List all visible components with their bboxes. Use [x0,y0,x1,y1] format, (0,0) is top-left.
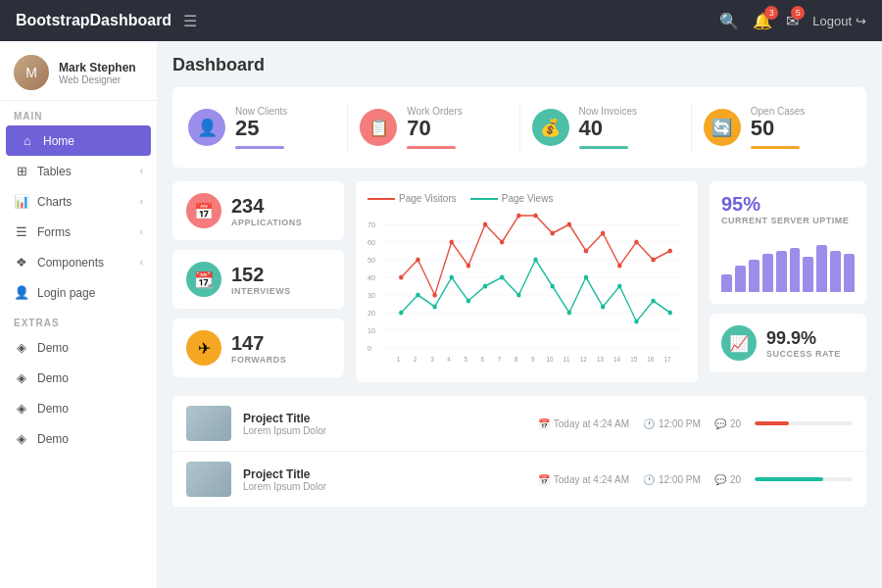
sidebar-item-home[interactable]: ⌂ Home [6,125,151,156]
sidebar-item-forms[interactable]: ☰ Forms ‹ [0,217,157,247]
sidebar-item-tables[interactable]: ⊞ Tables ‹ [0,156,157,186]
svg-point-17 [416,258,420,263]
project-date-2: Today at 4:24 AM [554,474,629,485]
applications-label: APPLICATIONS [231,218,302,227]
main-section-label: MAIN [0,101,157,125]
user-name: Mark Stephen [59,61,136,74]
svg-text:8: 8 [514,356,518,363]
sidebar-user: M Mark Stephen Web Designer [0,41,157,101]
calendar-icon-1: 📅 [538,418,550,429]
sidebar-item-components[interactable]: ❖ Components ‹ [0,247,157,277]
components-icon: ❖ [14,255,29,270]
server-stats: 95% CURRENT SERVER UPTIME [710,181,866,382]
svg-point-28 [601,231,606,236]
svg-text:10: 10 [546,356,553,363]
uptime-bars [721,233,855,292]
svg-text:12: 12 [580,356,587,363]
sidebar-item-tables-label: Tables [37,165,72,178]
mini-stat-interviews: 📆 152 INTERVIEWS [172,250,344,309]
search-icon[interactable]: 🔍 [719,12,739,30]
bar-2 [735,266,746,292]
forms-icon: ☰ [14,224,29,239]
clients-value: 25 [235,117,287,140]
project-time-2: 12:00 PM [659,474,701,485]
svg-point-41 [533,258,538,263]
page-title: Dashboard [172,55,866,75]
progress-bar-wrap-2 [755,477,853,481]
brand-bold: Dashboard [90,12,172,28]
sidebar-item-demo4-label: Demo [37,432,69,446]
avatar: M [14,55,49,90]
main-content: Dashboard 👤 Now Clients 25 📋 Work Orders… [157,41,882,588]
progress-bar-wrap-1 [755,421,853,425]
svg-point-19 [450,240,455,245]
project-subtitle-2: Lorem Ipsum Dolor [243,481,326,492]
stat-card-clients: 👤 Now Clients 25 [188,103,335,152]
svg-text:30: 30 [368,291,375,300]
svg-point-44 [584,275,589,280]
svg-point-29 [617,264,622,269]
sidebar-item-demo4[interactable]: ◈ Demo [0,423,157,454]
brand-logo: BootstrapDashboard [16,12,172,29]
svg-point-30 [634,240,639,245]
login-icon: 👤 [14,285,29,300]
svg-point-35 [432,305,437,310]
topnav-right: 🔍 🔔 3 ✉ 5 Logout ↪ [719,12,866,30]
applications-icon: 📅 [186,193,221,228]
stat-card-invoices: 💰 Now Invoices 40 [532,103,679,152]
stat-card-cases: 🔄 Open Cases 50 [704,103,851,152]
clients-icon: 👤 [188,109,225,146]
svg-text:2: 2 [414,356,417,363]
success-icon: 📈 [721,325,757,361]
bar-7 [803,257,813,292]
sidebar-item-login[interactable]: 👤 Login page [0,277,157,308]
svg-point-47 [634,319,639,324]
svg-text:4: 4 [447,356,451,363]
bar-4 [762,254,773,292]
svg-text:1: 1 [397,356,401,363]
middle-row: 📅 234 APPLICATIONS 📆 152 INTERVIEWS ✈ [172,181,866,382]
bar-5 [776,251,787,292]
svg-point-39 [500,275,505,280]
uptime-pct: 95% [721,193,855,216]
bell-icon[interactable]: 🔔 3 [753,12,772,30]
hamburger-icon[interactable]: ☰ [183,12,197,30]
svg-text:20: 20 [368,309,375,318]
bar-1 [721,274,732,292]
project-thumb-2 [186,462,231,497]
svg-text:13: 13 [597,356,604,363]
main-layout: M Mark Stephen Web Designer MAIN ⌂ Home … [0,41,882,588]
server-uptime-card: 95% CURRENT SERVER UPTIME [710,181,866,304]
sidebar-item-login-label: Login page [37,286,95,300]
mini-stat-applications: 📅 234 APPLICATIONS [172,181,344,240]
svg-point-21 [483,222,488,227]
svg-point-49 [667,311,672,316]
legend-views-label: Page Views [502,193,554,204]
svg-text:5: 5 [464,356,467,363]
legend-visitors-dot [368,198,395,200]
applications-value: 234 [231,195,302,218]
svg-text:50: 50 [368,256,375,265]
sidebar-item-demo2[interactable]: ◈ Demo [0,363,157,393]
svg-point-22 [500,240,505,245]
svg-point-34 [416,293,420,298]
topnav: BootstrapDashboard ☰ 🔍 🔔 3 ✉ 5 Logout ↪ [0,0,882,41]
mail-icon[interactable]: ✉ 5 [786,12,799,30]
sidebar-item-demo3[interactable]: ◈ Demo [0,393,157,423]
sidebar-item-charts[interactable]: 📊 Charts ‹ [0,186,157,217]
project-comments-2: 20 [730,474,741,485]
line-chart-svg: 70 60 50 40 30 20 10 0 [368,210,686,367]
sidebar: M Mark Stephen Web Designer MAIN ⌂ Home … [0,41,157,588]
clock-icon-2: 🕐 [643,474,655,485]
sidebar-item-demo1[interactable]: ◈ Demo [0,332,157,363]
svg-text:14: 14 [613,356,620,363]
project-date-1: Today at 4:24 AM [554,418,629,429]
project-title-2: Project Title [243,467,326,481]
stat-cards: 👤 Now Clients 25 📋 Work Orders 70 💰 [172,87,866,168]
logout-button[interactable]: Logout ↪ [812,14,866,28]
svg-text:11: 11 [564,356,570,363]
svg-text:60: 60 [368,238,375,247]
svg-point-24 [533,214,538,219]
svg-point-31 [651,258,656,263]
progress-bar-fill-1 [755,421,789,425]
